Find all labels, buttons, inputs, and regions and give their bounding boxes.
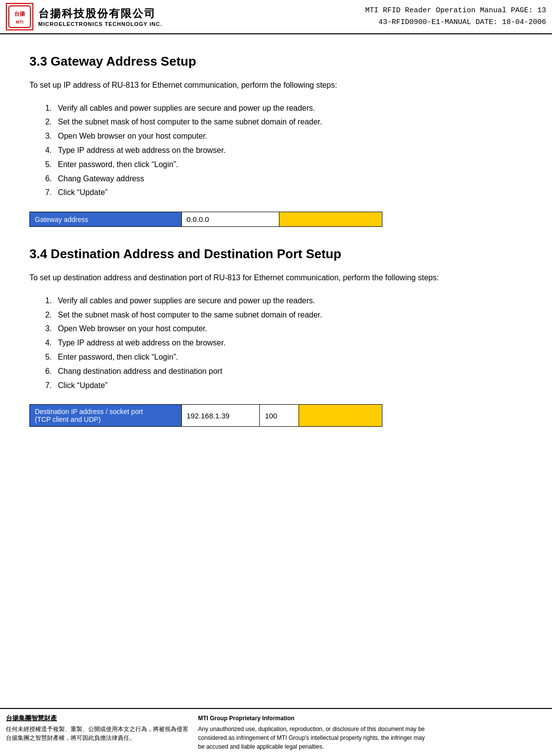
gateway-table: Gateway address 0.0.0.0	[29, 212, 382, 227]
section-gateway-steps: Verify all cables and power supplies are…	[29, 101, 523, 200]
section-gateway-intro: To set up IP address of RU-813 for Ether…	[29, 79, 523, 92]
section-gateway: 3.3 Gateway Address Setup To set up IP a…	[29, 54, 523, 227]
footer-right-title: MTI Group Proprietary Information	[198, 714, 546, 723]
list-item: Verify all cables and power supplies are…	[54, 294, 523, 308]
list-item: Click “Update”	[54, 186, 523, 200]
section-gateway-title: 3.3 Gateway Address Setup	[29, 54, 523, 69]
destination-table: Destination IP address / socket port (TC…	[29, 404, 382, 427]
list-item: Chang Gateway address	[54, 172, 523, 186]
section-destination-steps: Verify all cables and power supplies are…	[29, 294, 523, 393]
footer-right-body: Any unauthorized use, duplication, repro…	[198, 725, 546, 751]
destination-empty	[299, 405, 382, 427]
doc-line2: 43-RFID0900-E1-MANUAL DATE: 18-04-2006	[378, 17, 546, 28]
main-content: 3.3 Gateway Address Setup To set up IP a…	[0, 34, 552, 708]
destination-ip-value: 192.168.1.39	[181, 405, 260, 427]
table-row: Gateway address 0.0.0.0	[30, 212, 382, 227]
list-item: Verify all cables and power supplies are…	[54, 101, 523, 116]
doc-line1: MTI RFID Reader Operation Manual PAGE: 1…	[365, 5, 546, 17]
page-header: 台揚 MTI 台揚科技股份有限公司 MICROELECTRONICS TECHN…	[0, 0, 552, 34]
destination-port-value: 100	[260, 405, 299, 427]
list-item: Set the subnet mask of host computer to …	[54, 308, 523, 322]
footer-left-body: 任何未經授權逕予複製、重製、公開或使用本文之行為，將被視為侵害 台揚集團之智慧財…	[6, 725, 188, 742]
list-item: Enter password, then click “Login”.	[54, 158, 523, 172]
company-name-english: MICROELECTRONICS TECHNOLOGY INC.	[38, 21, 162, 27]
destination-label: Destination IP address / socket port (TC…	[30, 405, 182, 427]
list-item: Type IP address at web address on the br…	[54, 144, 523, 158]
section-destination-title: 3.4 Destination Address and Destination …	[29, 246, 523, 262]
svg-text:MTI: MTI	[16, 20, 24, 24]
company-name-chinese: 台揚科技股份有限公司	[38, 6, 162, 21]
page-footer: 台揚集團智慧財產 任何未經授權逕予複製、重製、公開或使用本文之行為，將被視為侵害…	[0, 708, 552, 756]
document-info: MTI RFID Reader Operation Manual PAGE: 1…	[171, 5, 546, 28]
gateway-label: Gateway address	[30, 212, 182, 227]
footer-left: 台揚集團智慧財產 任何未經授權逕予複製、重製、公開或使用本文之行為，將被視為侵害…	[6, 714, 188, 751]
gateway-empty	[279, 212, 382, 227]
gateway-value: 0.0.0.0	[181, 212, 279, 227]
footer-right: MTI Group Proprietary Information Any un…	[198, 714, 546, 751]
list-item: Enter password, then click “Login”.	[54, 350, 523, 365]
table-row: Destination IP address / socket port (TC…	[30, 405, 382, 427]
logo-area: 台揚 MTI 台揚科技股份有限公司 MICROELECTRONICS TECHN…	[6, 3, 163, 30]
footer-left-title: 台揚集團智慧財產	[6, 714, 188, 723]
list-item: Type IP address at web address on the br…	[54, 336, 523, 350]
list-item: Open Web browser on your host computer.	[54, 129, 523, 144]
section-destination-intro: To set up destination address and destin…	[29, 271, 523, 284]
list-item: Click “Update”	[54, 379, 523, 393]
list-item: Open Web browser on your host computer.	[54, 322, 523, 336]
logo-text-area: 台揚科技股份有限公司 MICROELECTRONICS TECHNOLOGY I…	[38, 6, 162, 27]
list-item: Set the subnet mask of host computer to …	[54, 115, 523, 129]
logo-icon: 台揚 MTI	[6, 3, 33, 30]
section-destination: 3.4 Destination Address and Destination …	[29, 246, 523, 427]
svg-text:台揚: 台揚	[14, 11, 25, 17]
list-item: Chang destination address and destinatio…	[54, 365, 523, 379]
